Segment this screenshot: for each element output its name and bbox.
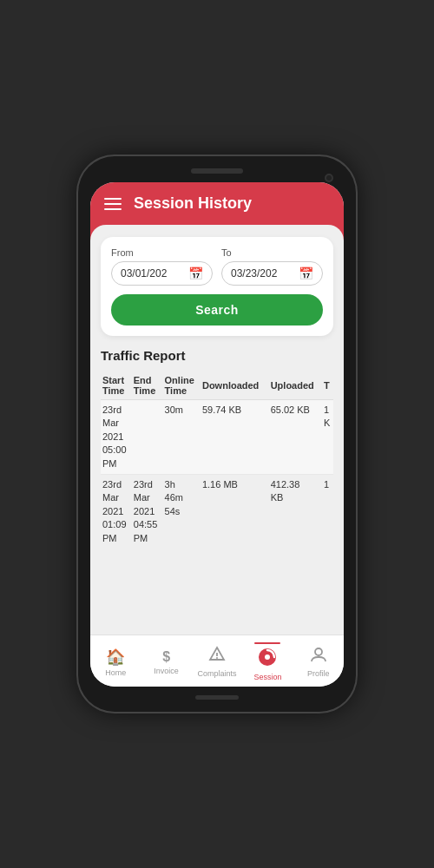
report-title: Traffic Report <box>101 348 333 363</box>
nav-item-session[interactable]: Session <box>242 642 293 681</box>
col-start-time: StartTime <box>101 372 132 400</box>
cell-total: 1 <box>322 474 333 548</box>
nav-item-invoice[interactable]: $ Invoice <box>141 649 191 675</box>
to-input-wrapper[interactable]: 📅 <box>221 261 323 286</box>
nav-item-profile[interactable]: Profile <box>293 646 344 678</box>
camera <box>325 174 333 182</box>
home-icon: 🏠 <box>106 648 125 667</box>
cell-uploaded: 65.02 KB <box>269 400 322 475</box>
nav-label-session: Session <box>253 673 281 681</box>
from-label: From <box>111 247 213 258</box>
from-date-input[interactable] <box>121 267 183 279</box>
traffic-report-section: Traffic Report StartTime EndTime OnlineT… <box>101 348 333 549</box>
svg-point-4 <box>265 654 270 660</box>
from-calendar-icon: 📅 <box>188 266 203 280</box>
svg-point-5 <box>315 648 322 655</box>
filter-card: From 📅 To 📅 <box>101 237 333 336</box>
cell-downloaded: 59.74 KB <box>201 400 269 475</box>
speaker-top <box>191 168 243 174</box>
report-table: StartTime EndTime OnlineTime Downloaded … <box>101 372 333 549</box>
col-end-time: EndTime <box>132 372 163 400</box>
nav-item-complaints[interactable]: Complaints <box>192 646 242 678</box>
main-content: From 📅 To 📅 <box>90 225 344 635</box>
nav-label-profile: Profile <box>307 669 330 678</box>
date-row: From 📅 To 📅 <box>111 247 323 286</box>
cell-uploaded: 412.38 KB <box>269 474 322 548</box>
search-button[interactable]: Search <box>111 294 323 326</box>
nav-label-complaints: Complaints <box>198 669 237 678</box>
col-online-time: OnlineTime <box>163 372 201 400</box>
cell-end_time <box>132 400 163 475</box>
to-field: To 📅 <box>221 247 323 286</box>
col-uploaded: Uploaded <box>269 372 322 400</box>
app-header: Session History <box>90 182 344 225</box>
session-active-bar <box>254 642 280 644</box>
content-inner: From 📅 To 📅 <box>90 225 344 635</box>
speaker-bottom <box>195 695 239 700</box>
to-calendar-icon: 📅 <box>299 266 313 280</box>
bottom-nav: 🏠 Home $ Invoice Complaints <box>90 635 344 687</box>
complaints-icon <box>208 646 226 667</box>
table-row: 23rd Mar 2021 05:00 PM30m59.74 KB65.02 K… <box>101 400 333 475</box>
invoice-icon: $ <box>162 649 170 665</box>
table-header-row: StartTime EndTime OnlineTime Downloaded … <box>101 372 333 400</box>
from-field: From 📅 <box>111 247 213 286</box>
cell-start_time: 23rd Mar 2021 05:00 PM <box>101 400 132 475</box>
profile-icon <box>310 646 327 667</box>
to-date-input[interactable] <box>231 267 293 279</box>
cell-downloaded: 1.16 MB <box>201 474 269 548</box>
nav-label-home: Home <box>105 668 126 677</box>
nav-item-home[interactable]: 🏠 Home <box>90 648 141 677</box>
nav-label-invoice: Invoice <box>154 667 179 675</box>
phone-screen: Session History From 📅 <box>90 182 344 687</box>
cell-online_time: 30m <box>163 400 201 475</box>
session-icon <box>258 648 277 671</box>
cell-start_time: 23rd Mar 2021 01:09 PM <box>101 474 132 548</box>
page-title: Session History <box>134 194 252 213</box>
phone-device: Session History From 📅 <box>78 156 356 712</box>
col-downloaded: Downloaded <box>201 372 269 400</box>
menu-button[interactable] <box>104 198 122 210</box>
to-label: To <box>221 247 323 258</box>
cell-online_time: 3h 46m 54s <box>163 474 201 548</box>
cell-total: 1 K <box>322 400 333 475</box>
svg-point-2 <box>216 657 218 659</box>
table-row: 23rd Mar 2021 01:09 PM23rd Mar 2021 04:5… <box>101 474 333 548</box>
col-total: T <box>322 372 333 400</box>
from-input-wrapper[interactable]: 📅 <box>111 261 213 286</box>
cell-end_time: 23rd Mar 2021 04:55 PM <box>132 474 163 548</box>
